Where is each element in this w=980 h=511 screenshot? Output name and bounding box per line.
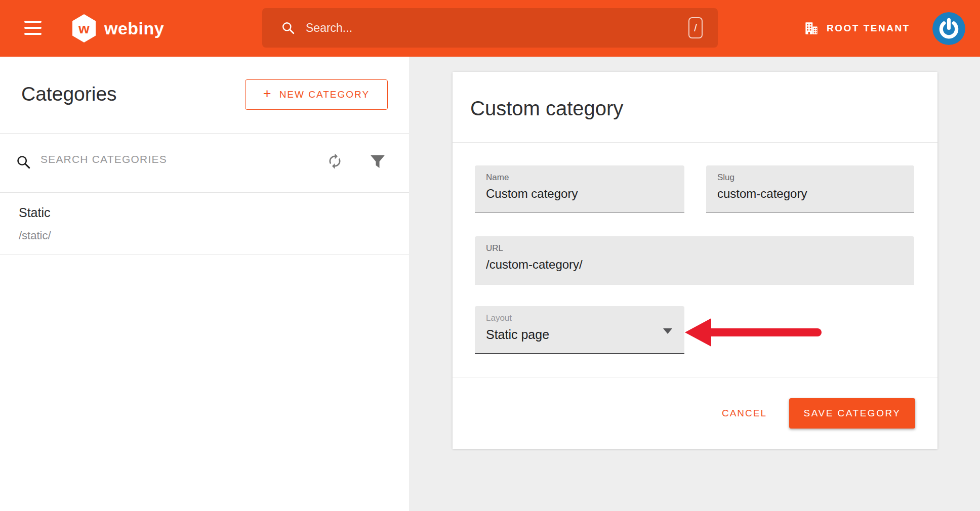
annotation-arrow-icon [684,317,822,348]
filter-button[interactable] [371,155,385,170]
url-field-label: URL [486,243,503,253]
page-title: Categories [21,84,117,104]
categories-list-panel: Categories + NEW CATEGORY Static /static… [0,57,409,511]
top-app-bar: w webiny / [0,0,980,57]
slug-field-label: Slug [717,173,734,183]
brand-name: webiny [104,19,164,38]
name-field[interactable]: Name [475,165,684,213]
search-icon [281,21,295,34]
global-search-bar[interactable]: / [262,8,718,48]
layout-select-label: Layout [486,313,512,323]
divider [0,254,409,254]
svg-text:w: w [78,21,90,36]
form-title: Custom category [470,96,623,120]
categories-search-input[interactable] [40,153,283,165]
name-field-label: Name [486,173,509,183]
new-category-button[interactable]: + NEW CATEGORY [245,79,388,110]
user-avatar[interactable] [932,12,965,45]
hamburger-menu-icon[interactable] [24,21,42,36]
category-name: Static [19,205,51,220]
categories-search-row [0,133,409,192]
refresh-icon [326,153,343,169]
divider [453,142,937,143]
tenant-selector[interactable]: ROOT TENANT [804,0,910,57]
tenant-label: ROOT TENANT [827,23,910,34]
keyboard-shortcut-badge: / [688,17,703,38]
building-icon [804,21,819,35]
plus-icon: + [263,86,272,102]
new-category-button-label: NEW CATEGORY [279,89,370,100]
webiny-hexagon-icon: w [72,14,96,42]
cancel-button[interactable]: CANCEL [719,403,770,424]
url-input[interactable] [486,258,903,272]
category-url: /static/ [19,229,51,242]
name-input[interactable] [486,187,673,201]
layout-selected-value: Static page [486,327,549,342]
filter-icon [371,155,385,168]
layout-select[interactable]: Layout Static page [475,306,684,354]
slug-field[interactable]: Slug [706,165,914,213]
list-item[interactable]: Static /static/ [0,192,409,254]
save-category-button[interactable]: SAVE CATEGORY [789,398,915,429]
slug-input[interactable] [717,187,903,201]
chevron-down-icon [663,328,672,334]
webiny-logo[interactable]: w webiny [72,14,164,42]
form-footer: CANCEL SAVE CATEGORY [453,377,937,449]
category-details-card: Custom category Name Slug URL Layout Sta… [453,72,937,449]
refresh-button[interactable] [326,153,343,171]
url-field[interactable]: URL [475,236,914,284]
global-search-input[interactable] [306,21,688,35]
search-icon [16,155,30,169]
